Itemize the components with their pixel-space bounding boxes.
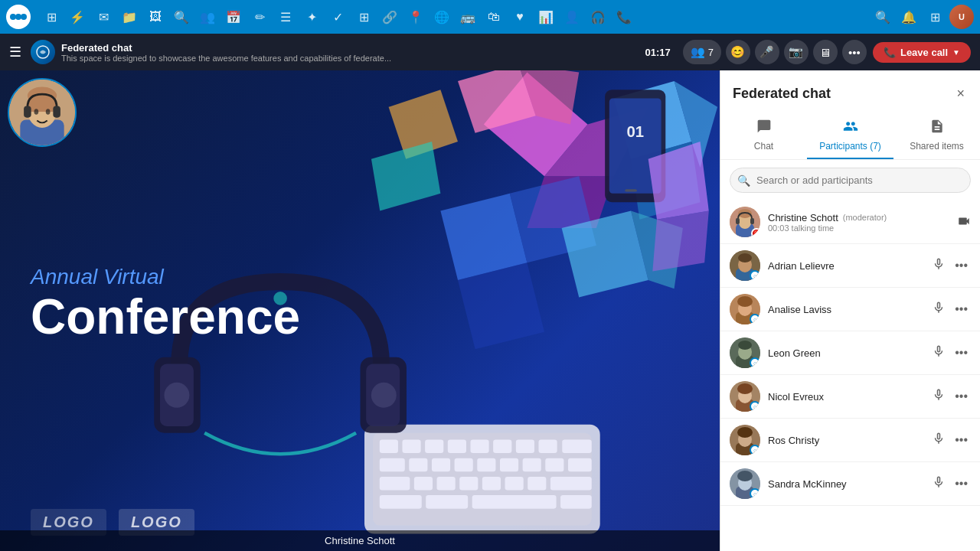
participants-count: 7 <box>708 47 714 58</box>
contacts-icon[interactable]: 👥 <box>196 5 219 28</box>
sidebar: Federated chat × Chat Participants <box>720 70 980 551</box>
profile-icon[interactable]: 👤 <box>560 5 583 28</box>
participant-avatar-ros: ○ <box>730 425 760 455</box>
slide-annual-text: Annual Virtual <box>31 265 300 289</box>
talk-icon[interactable]: 📞 <box>612 5 635 28</box>
participant-avatar-adrian: ○ <box>730 250 760 281</box>
mute-participant-btn[interactable] <box>929 474 949 494</box>
mute-participant-btn[interactable] <box>929 299 949 319</box>
slide-conference-text: Conference <box>31 292 300 341</box>
participant-info: Leon Green <box>768 347 921 359</box>
tab-shared[interactable]: Shared items <box>893 111 980 159</box>
health-icon[interactable]: ♥ <box>508 5 531 28</box>
participant-name: Sandra McKinney <box>768 478 921 490</box>
more-participant-btn[interactable]: ••• <box>952 388 971 405</box>
notes-icon[interactable]: ✏ <box>248 5 271 28</box>
mail2-icon[interactable]: 🚌 <box>456 5 479 28</box>
search-app-icon[interactable]: 🔍 <box>170 5 193 28</box>
shared-tab-label: Shared items <box>910 141 964 152</box>
files-icon[interactable]: 📁 <box>118 5 141 28</box>
svg-point-86 <box>737 296 753 307</box>
camera-icon <box>957 214 971 230</box>
apps-icon[interactable]: ⊞ <box>40 5 63 28</box>
svg-point-0 <box>10 14 16 20</box>
svg-rect-78 <box>750 218 754 224</box>
list-item: ○ Sandra McKinney ••• <box>720 462 980 506</box>
participant-name: Ros Christy <box>768 435 921 446</box>
search-box: 🔍 <box>730 168 971 193</box>
link-icon[interactable]: 🔗 <box>378 5 401 28</box>
mail-icon[interactable]: ✉ <box>92 5 115 28</box>
tasks-icon[interactable]: ✓ <box>326 5 349 28</box>
participant-name: Christine Schott (moderator) <box>768 212 949 223</box>
svg-rect-70 <box>53 106 60 117</box>
svg-rect-69 <box>24 106 31 117</box>
app-logo[interactable] <box>6 5 31 29</box>
leave-label: Leave call <box>900 47 948 58</box>
analytics-icon[interactable]: 📊 <box>534 5 557 28</box>
notifications-icon[interactable]: 🔔 <box>897 5 920 28</box>
more-participant-btn[interactable]: ••• <box>952 475 971 492</box>
emoji-btn[interactable]: 😊 <box>726 40 750 64</box>
more-btn[interactable]: ••• <box>842 40 867 64</box>
calendar-icon[interactable]: 📅 <box>222 5 245 28</box>
participant-avatar-leon: ○ <box>730 337 760 368</box>
store-icon[interactable]: 🛍 <box>482 5 505 28</box>
mute-participant-btn[interactable] <box>929 386 949 406</box>
main-layout: 01 <box>0 70 980 551</box>
list-item: ○ Leon Green ••• <box>720 331 980 375</box>
federated-badge: ○ <box>750 445 760 455</box>
tables-icon[interactable]: ⊞ <box>352 5 375 28</box>
forms-icon[interactable]: ✦ <box>300 5 323 28</box>
audio-icon[interactable]: 🎧 <box>586 5 609 28</box>
list-item: 🔴 Christine Schott (moderator) 00:03 tal… <box>720 201 980 244</box>
federated-badge: ○ <box>750 357 760 368</box>
close-sidebar-button[interactable]: × <box>953 83 968 105</box>
deck-icon[interactable]: ☰ <box>274 5 297 28</box>
more-participant-btn[interactable]: ••• <box>952 432 971 448</box>
mute-participant-btn[interactable] <box>929 430 949 450</box>
screen-share-btn[interactable]: 🖥 <box>813 40 838 64</box>
participants-count-btn[interactable]: 👥 7 <box>683 40 721 64</box>
participant-name: Adrian Lelievre <box>768 260 921 272</box>
call-controls: 👥 7 😊 🎤 📷 🖥 ••• <box>683 40 867 64</box>
participant-avatar-nicol: ○ <box>730 381 760 412</box>
callbar-info: Federated chat This space is designed to… <box>61 42 632 63</box>
mute-participant-btn[interactable] <box>929 256 949 276</box>
participant-avatar-sandra: ○ <box>730 468 760 499</box>
mute-indicator: 🔴 <box>751 228 760 237</box>
activity-icon[interactable]: ⚡ <box>66 5 89 28</box>
tab-participants[interactable]: Participants (7) <box>807 111 893 159</box>
more-participant-btn[interactable]: ••• <box>952 301 971 318</box>
user-avatar[interactable]: U <box>949 5 974 29</box>
svg-point-1 <box>15 14 21 20</box>
maps-icon[interactable]: 📍 <box>404 5 427 28</box>
more-participant-btn[interactable]: ••• <box>952 257 971 274</box>
more-participant-btn[interactable]: ••• <box>952 344 971 361</box>
tab-chat[interactable]: Chat <box>720 111 807 159</box>
sidebar-toggle[interactable]: ☰ <box>9 44 21 60</box>
photos-icon[interactable]: 🖼 <box>144 5 167 28</box>
svg-point-102 <box>737 471 753 481</box>
speaker-name: Christine Schott <box>325 535 395 546</box>
participants-tab-label: Participants (7) <box>819 141 881 152</box>
participant-controls: ••• <box>929 256 971 276</box>
video-btn[interactable]: 📷 <box>784 40 808 64</box>
participant-avatar-christine: 🔴 <box>730 207 760 237</box>
participant-controls: ••• <box>929 343 971 363</box>
speaker-avatar-image <box>9 80 75 145</box>
participant-controls: ••• <box>929 430 971 450</box>
grid-icon[interactable]: ⊞ <box>923 5 946 28</box>
search-input[interactable] <box>730 168 971 193</box>
mute-participant-btn[interactable] <box>929 343 949 363</box>
participants-list: 🔴 Christine Schott (moderator) 00:03 tal… <box>720 201 980 551</box>
topbar-search-icon[interactable]: 🔍 <box>871 5 894 28</box>
participants-icon: 👥 <box>691 45 705 59</box>
leave-call-button[interactable]: 📞 Leave call ▼ <box>873 42 971 63</box>
mute-btn[interactable]: 🎤 <box>755 40 779 64</box>
tabs: Chat Participants (7) Shared items <box>720 111 980 160</box>
participant-avatar-analise: ○ <box>730 294 760 324</box>
translate-icon[interactable]: 🌐 <box>430 5 453 28</box>
list-item: ○ Analise Laviss ••• <box>720 288 980 331</box>
talking-time: 00:03 talking time <box>768 223 949 233</box>
